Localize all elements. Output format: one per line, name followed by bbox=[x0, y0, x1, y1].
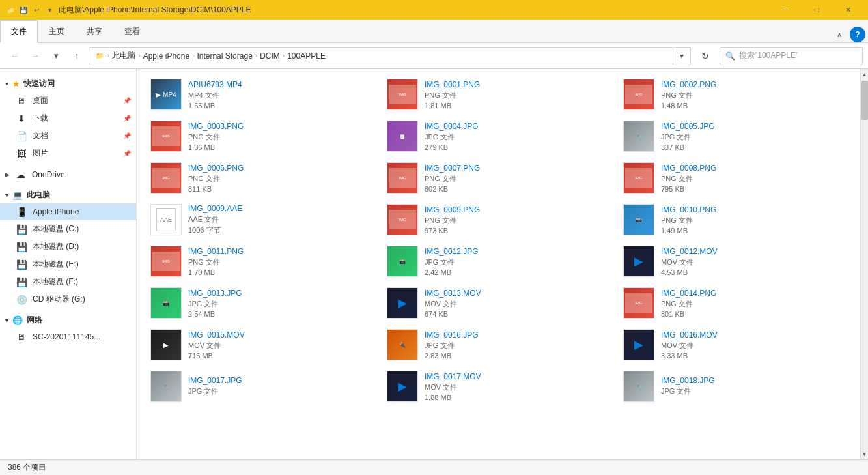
address-dropdown-button[interactable]: ▾ bbox=[673, 47, 691, 65]
list-item[interactable]: ▶ IMG_0017.MOV MOV 文件 1.88 MB bbox=[381, 366, 616, 407]
file-info: IMG_0008.PNG PNG 文件 795 KB bbox=[661, 164, 716, 193]
sidebar-item-drive-g[interactable]: 💿 CD 驱动器 (G:) bbox=[0, 291, 136, 308]
sidebar-network-header[interactable]: ▾ 🌐 网络 bbox=[0, 312, 136, 328]
file-info: IMG_0001.PNG PNG 文件 1.81 MB bbox=[425, 80, 480, 109]
list-item[interactable]: ▶ IMG_0016.MOV MOV 文件 3.33 MB bbox=[617, 324, 852, 365]
tab-share[interactable]: 共享 bbox=[76, 20, 113, 42]
list-item[interactable]: IMG IMG_0001.PNG PNG 文件 1.81 MB bbox=[381, 74, 616, 115]
file-name: IMG_0007.PNG bbox=[425, 164, 480, 173]
list-item[interactable]: IMG IMG_0009.PNG PNG 文件 973 KB bbox=[381, 199, 616, 240]
minimize-button[interactable]: ─ bbox=[770, 0, 800, 20]
file-info: IMG_0013.JPG JPG 文件 2.54 MB bbox=[188, 289, 242, 318]
list-item[interactable]: ▶ IMG_0013.MOV MOV 文件 674 KB bbox=[381, 283, 616, 323]
file-thumbnail: IMG bbox=[150, 162, 182, 194]
search-icon: 🔍 bbox=[725, 51, 735, 61]
scroll-down-button[interactable]: ▼ bbox=[861, 449, 869, 459]
maximize-button[interactable]: □ bbox=[802, 0, 832, 20]
sidebar-item-label: SC-20201111145... bbox=[33, 332, 100, 341]
sidebar-item-drive-e[interactable]: 💾 本地磁盘 (E:) bbox=[0, 255, 136, 273]
sidebar-item-pictures[interactable]: 🖼 图片 📌 bbox=[0, 145, 136, 162]
sidebar-item-onedrive[interactable]: ▶ ☁ OneDrive bbox=[0, 166, 136, 183]
pin-icon: 📌 bbox=[123, 115, 131, 122]
sidebar-item-drive-f[interactable]: 💾 本地磁盘 (F:) bbox=[0, 273, 136, 291]
breadcrumb-100apple[interactable]: 100APPLE bbox=[287, 51, 326, 61]
list-item[interactable]: 📸 IMG_0013.JPG JPG 文件 2.54 MB bbox=[145, 283, 380, 323]
file-thumbnail: IMG bbox=[150, 121, 182, 152]
list-item[interactable]: ▶ MP4 APIU6793.MP4 MP4 文件 1.65 MB bbox=[145, 74, 380, 115]
file-name: IMG_0009.PNG bbox=[425, 205, 480, 214]
sidebar-this-pc-header[interactable]: ▾ 💻 此电脑 bbox=[0, 187, 136, 203]
list-item[interactable]: IMG IMG_0002.PNG PNG 文件 1.48 MB bbox=[617, 74, 852, 115]
list-item[interactable]: IMG IMG_0006.PNG PNG 文件 811 KB bbox=[145, 158, 380, 198]
sidebar: ▾ ★ 快速访问 🖥 桌面 📌 ⬇ 下载 📌 📄 文档 📌 🖼 图片 bbox=[0, 69, 137, 459]
list-item[interactable]: 📋 IMG_0004.JPG JPG 文件 279 KB bbox=[381, 116, 616, 156]
file-type: MOV 文件 bbox=[188, 341, 245, 351]
file-name: IMG_0006.PNG bbox=[188, 164, 244, 173]
tab-file[interactable]: 文件 bbox=[0, 20, 38, 43]
list-item[interactable]: 🔧 IMG_0017.JPG JPG 文件 bbox=[145, 366, 380, 407]
list-item[interactable]: 🔧 IMG_0018.JPG JPG 文件 bbox=[617, 366, 852, 407]
sidebar-item-downloads[interactable]: ⬇ 下载 📌 bbox=[0, 109, 136, 127]
statusbar: 386 个项目 bbox=[0, 459, 868, 475]
forward-button[interactable]: → bbox=[26, 47, 44, 65]
pin-icon: 📌 bbox=[123, 132, 131, 139]
scroll-up-button[interactable]: ▲ bbox=[861, 69, 869, 79]
scrollbar[interactable]: ▲ ▼ bbox=[860, 69, 868, 459]
help-button[interactable]: ? bbox=[850, 27, 865, 42]
breadcrumb-internal-storage[interactable]: Internal Storage bbox=[197, 51, 252, 61]
list-item[interactable]: 🔧 IMG_0005.JPG JPG 文件 337 KB bbox=[617, 116, 852, 156]
save-icon[interactable]: 💾 bbox=[18, 5, 29, 15]
recent-locations-button[interactable]: ▾ bbox=[47, 47, 65, 65]
list-item[interactable]: AAE IMG_0009.AAE AAE 文件 1006 字节 bbox=[145, 199, 380, 240]
list-item[interactable]: IMG IMG_0014.PNG PNG 文件 801 KB bbox=[617, 283, 852, 323]
file-size: 802 KB bbox=[425, 185, 480, 193]
address-bar[interactable]: 📁 › 此电脑 › Apple iPhone › Internal Storag… bbox=[89, 47, 673, 65]
sidebar-item-apple-iphone[interactable]: 📱 Apple iPhone bbox=[0, 203, 136, 220]
back-button[interactable]: ← bbox=[5, 47, 23, 65]
tab-view[interactable]: 查看 bbox=[113, 20, 151, 42]
list-item[interactable]: IMG IMG_0011.PNG PNG 文件 1.70 MB bbox=[145, 241, 380, 281]
file-info: IMG_0003.PNG PNG 文件 1.36 MB bbox=[188, 122, 244, 151]
sidebar-item-desktop[interactable]: 🖥 桌面 📌 bbox=[0, 92, 136, 109]
dropdown-icon[interactable]: ▾ bbox=[44, 5, 55, 15]
file-thumbnail: ▶ bbox=[387, 371, 418, 402]
network-icon: 🌐 bbox=[12, 315, 23, 325]
file-name: IMG_0012.MOV bbox=[661, 247, 718, 256]
close-button[interactable]: ✕ bbox=[833, 0, 863, 20]
breadcrumb-this-pc[interactable]: 此电脑 bbox=[112, 50, 135, 61]
refresh-button[interactable]: ↻ bbox=[696, 47, 714, 65]
sidebar-this-pc: ▾ 💻 此电脑 📱 Apple iPhone 💾 本地磁盘 (C:) 💾 本地磁… bbox=[0, 187, 136, 308]
sidebar-item-drive-d[interactable]: 💾 本地磁盘 (D:) bbox=[0, 238, 136, 255]
sidebar-item-network-pc[interactable]: 🖥 SC-20201111145... bbox=[0, 328, 136, 345]
up-button[interactable]: ↑ bbox=[68, 47, 86, 65]
file-info: IMG_0002.PNG PNG 文件 1.48 MB bbox=[661, 80, 716, 109]
undo-icon[interactable]: ↩ bbox=[31, 5, 42, 15]
list-item[interactable]: IMG IMG_0007.PNG PNG 文件 802 KB bbox=[381, 158, 616, 198]
sidebar-item-documents[interactable]: 📄 文档 📌 bbox=[0, 127, 136, 145]
list-item[interactable]: ▶ IMG_0015.MOV MOV 文件 715 MB bbox=[145, 324, 380, 365]
file-type: PNG 文件 bbox=[661, 174, 716, 184]
list-item[interactable]: 🔌 IMG_0016.JPG JPG 文件 2.83 MB bbox=[381, 324, 616, 365]
list-item[interactable]: IMG IMG_0008.PNG PNG 文件 795 KB bbox=[617, 158, 852, 198]
sidebar-item-drive-c[interactable]: 💾 本地磁盘 (C:) bbox=[0, 220, 136, 238]
file-name: IMG_0001.PNG bbox=[425, 80, 480, 89]
sidebar-quick-access-header[interactable]: ▾ ★ 快速访问 bbox=[0, 76, 136, 92]
search-bar[interactable]: 🔍 搜索"100APPLE" bbox=[720, 47, 863, 65]
breadcrumb-iphone[interactable]: Apple iPhone bbox=[143, 51, 189, 61]
ribbon-collapse-icon[interactable]: ∧ bbox=[832, 27, 847, 42]
list-item[interactable]: 📸 IMG_0012.JPG JPG 文件 2.42 MB bbox=[381, 241, 616, 281]
tab-home[interactable]: 主页 bbox=[38, 20, 76, 42]
file-name: IMG_0012.JPG bbox=[425, 247, 479, 256]
file-type: JPG 文件 bbox=[661, 386, 715, 396]
computer-icon: 💻 bbox=[12, 190, 23, 200]
list-item[interactable]: IMG IMG_0003.PNG PNG 文件 1.36 MB bbox=[145, 116, 380, 156]
file-type: PNG 文件 bbox=[188, 132, 244, 142]
list-item[interactable]: ▶ IMG_0012.MOV MOV 文件 4.53 MB bbox=[617, 241, 852, 281]
titlebar-left: 📁 💾 ↩ ▾ 此电脑\Apple iPhone\Internal Storag… bbox=[5, 5, 251, 16]
file-size: 1.65 MB bbox=[188, 102, 242, 109]
file-thumbnail: 🔌 bbox=[387, 329, 418, 360]
scroll-thumb[interactable] bbox=[861, 81, 868, 120]
breadcrumb-dcim[interactable]: DCIM bbox=[260, 51, 280, 61]
file-info: IMG_0017.JPG JPG 文件 bbox=[188, 376, 242, 397]
list-item[interactable]: 📷 IMG_0010.PNG PNG 文件 1.49 MB bbox=[617, 199, 852, 240]
